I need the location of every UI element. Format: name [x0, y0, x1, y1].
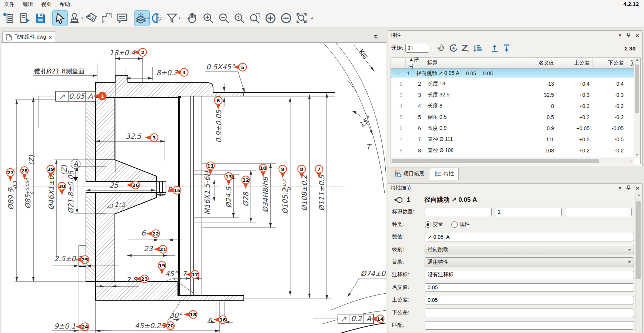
balloon-18[interactable]: 18: [184, 311, 197, 319]
radio-attribute[interactable]: [451, 221, 458, 228]
tab-project-extend[interactable]: 项目拓展: [390, 168, 429, 180]
lower-tolerance-input[interactable]: [425, 309, 634, 317]
menu-help[interactable]: 帮助: [56, 0, 74, 9]
header-num[interactable]: ▲序号: [406, 58, 424, 68]
header-title[interactable]: 标题: [424, 58, 518, 68]
mirror-tool-button[interactable]: [150, 11, 165, 26]
zoom-out-button[interactable]: [216, 11, 231, 26]
zoom-window-button[interactable]: [248, 11, 262, 26]
move-top-icon[interactable]: [490, 43, 499, 53]
scrollbar-thumb[interactable]: [636, 201, 641, 279]
open-document-button[interactable]: [17, 11, 32, 26]
balloon-30[interactable]: 30: [58, 182, 66, 195]
tab-close-icon[interactable]: ×: [49, 34, 52, 40]
nominal-input[interactable]: [425, 283, 634, 292]
pan-tool-button[interactable]: [185, 11, 200, 26]
filter-dropdown-arrow[interactable]: ▾: [179, 16, 180, 20]
scrollbar-thumb[interactable]: [635, 65, 639, 113]
table-row[interactable]: 77直径 Ø 111111+0.5-0.5: [391, 134, 640, 145]
header-upper[interactable]: 上公差: [557, 58, 593, 68]
menu-view[interactable]: 视图: [37, 0, 56, 9]
layers-tool-button[interactable]: ▾: [135, 11, 149, 26]
balloon-13[interactable]: 13: [225, 173, 233, 186]
balloon-9[interactable]: 9: [279, 165, 287, 178]
stamp-dropdown-arrow[interactable]: ▾: [81, 16, 83, 20]
renumber-icon[interactable]: [449, 43, 458, 53]
balloon-17[interactable]: 17: [186, 271, 199, 278]
balloon-3[interactable]: 3: [145, 134, 158, 142]
select-tool-button[interactable]: [53, 11, 67, 26]
gdt-frame-runout-005[interactable]: ↗ 0.05 A: [56, 91, 96, 101]
id-input-2[interactable]: [495, 208, 562, 216]
tab-list-button[interactable]: [372, 33, 380, 41]
gdt-frame-runout-02[interactable]: ↗ 0.2 A: [338, 314, 374, 324]
region-note-tool-button[interactable]: A1: [99, 11, 114, 26]
details-vertical-scrollbar[interactable]: [635, 193, 642, 332]
table-row[interactable]: 55倒角 0.50.5+0.2-0.2: [391, 112, 640, 123]
stamp-tool-button[interactable]: ▾: [68, 11, 83, 26]
zoom-fit-button[interactable]: [294, 11, 309, 26]
tab-properties[interactable]: 特性: [430, 168, 459, 180]
filter-tool-button[interactable]: ▾: [166, 11, 180, 26]
sort-list-icon[interactable]: [472, 43, 482, 53]
scrollbar-thumb[interactable]: [392, 159, 599, 163]
menu-edit[interactable]: 编辑: [19, 0, 37, 9]
value-input[interactable]: [425, 233, 634, 241]
table-row[interactable]: 66长度 0.90.9+0.05-0.05: [391, 123, 640, 134]
balloon-16[interactable]: 16: [213, 316, 227, 324]
id-input-3[interactable]: [565, 208, 632, 216]
menu-file[interactable]: 文件: [0, 0, 19, 9]
catalog-select[interactable]: 通用特性: [425, 257, 634, 267]
match-input[interactable]: [425, 321, 634, 330]
move-bottom-icon[interactable]: [502, 43, 511, 53]
balloon-22[interactable]: 22: [146, 230, 160, 238]
save-button[interactable]: [33, 11, 48, 26]
scroll-right-icon[interactable]: ›: [628, 158, 634, 163]
note-input[interactable]: [425, 271, 634, 279]
zoom-vertical-button[interactable]: [232, 11, 247, 26]
panel-dropdown-icon[interactable]: ▼: [618, 33, 622, 37]
decrease-button[interactable]: [279, 11, 293, 26]
table-row[interactable]: 22长度 1313+0.4-0.4: [391, 78, 640, 89]
level-select[interactable]: 径向跳动: [425, 245, 634, 254]
close-icon[interactable]: ✕: [635, 185, 640, 191]
close-icon[interactable]: ✕: [635, 33, 640, 38]
scroll-up-icon[interactable]: [636, 59, 639, 61]
balloon-27[interactable]: 27: [7, 169, 14, 182]
increase-button[interactable]: [263, 11, 278, 26]
balloon-2[interactable]: 2: [133, 49, 147, 56]
header-lower[interactable]: 下公差: [593, 58, 627, 68]
scroll-down-icon[interactable]: [635, 154, 638, 156]
table-row[interactable]: 88直径 Ø 108108+0.2-0.2: [391, 145, 640, 156]
table-horizontal-scrollbar[interactable]: ›: [391, 158, 634, 164]
balloon-5[interactable]: 5: [233, 63, 247, 71]
tag-tool-button[interactable]: [84, 11, 99, 26]
new-document-button[interactable]: [2, 11, 17, 26]
header-nominal[interactable]: 名义值: [518, 58, 557, 68]
radio-variable[interactable]: [425, 221, 431, 228]
drawing-svg[interactable]: ↗ 0.05 A ↗ 0.2 A 锥孔Ø21.8测量面 13±0.4 8±0.2…: [1, 43, 386, 333]
comment-tool-button[interactable]: [115, 11, 130, 26]
balloon-24[interactable]: 24: [76, 323, 89, 331]
id-input-1[interactable]: [425, 208, 492, 216]
panel-dropdown-icon[interactable]: ▼: [618, 186, 622, 190]
layers-dropdown-arrow[interactable]: ▾: [147, 16, 149, 20]
tab-drawing[interactable]: 飞轮组件.dwg ×: [2, 31, 56, 43]
pin-icon[interactable]: [626, 185, 631, 191]
balloon-6[interactable]: 6: [215, 97, 222, 110]
table-row[interactable]: 33长度 32.532.5+0.3-0.3: [391, 89, 640, 100]
start-input[interactable]: [405, 44, 429, 53]
balloon-10[interactable]: 10: [259, 164, 267, 177]
table-row[interactable]: 44长度 88+0.2-0.2: [391, 100, 640, 112]
zoom-in-button[interactable]: [201, 11, 216, 26]
table-row[interactable]: 11径向跳动 ↗ 0.05 A0.050.05: [391, 69, 640, 78]
balloon-26[interactable]: 26: [126, 181, 140, 189]
upper-tolerance-input[interactable]: [425, 296, 634, 304]
balloon-28[interactable]: 28: [21, 167, 29, 180]
scroll-up-icon[interactable]: [637, 194, 640, 196]
pin-icon[interactable]: [626, 33, 631, 38]
toolbar-collapse-arrow[interactable]: ◂: [311, 16, 313, 20]
table-vertical-scrollbar[interactable]: [634, 58, 640, 158]
pick-hand-icon[interactable]: [437, 43, 447, 53]
balloon-21[interactable]: 21: [154, 245, 167, 253]
